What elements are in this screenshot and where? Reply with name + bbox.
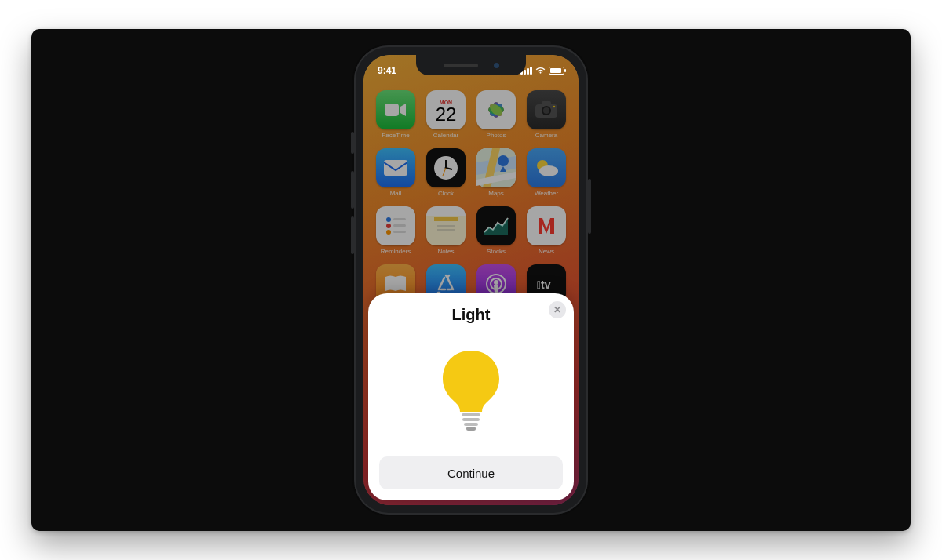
battery-icon: [549, 67, 564, 75]
sheet-hero-graphic: [438, 324, 504, 456]
presentation-stage: 9:41 FaceTime MON: [31, 29, 911, 531]
volume-down-button: [351, 216, 354, 254]
front-camera: [494, 63, 499, 68]
continue-button-label: Continue: [447, 467, 495, 480]
iphone-device-frame: 9:41 FaceTime MON: [354, 45, 588, 515]
mute-switch: [351, 132, 354, 154]
svg-rect-39: [464, 423, 478, 426]
sheet-title: Light: [452, 306, 491, 324]
continue-button[interactable]: Continue: [379, 456, 563, 489]
notch: [416, 55, 526, 75]
earpiece-speaker: [444, 64, 478, 67]
close-button[interactable]: ✕: [549, 301, 566, 318]
iphone-screen: 9:41 FaceTime MON: [363, 55, 579, 505]
status-time: 9:41: [378, 65, 396, 76]
wifi-icon: [535, 67, 546, 75]
svg-rect-37: [462, 413, 480, 416]
close-icon: ✕: [553, 304, 561, 315]
svg-rect-40: [466, 427, 476, 431]
volume-up-button: [351, 171, 354, 209]
lightbulb-icon: [438, 347, 504, 434]
app-clip-sheet: ✕ Light Continue: [368, 293, 574, 500]
svg-rect-38: [462, 418, 480, 421]
status-right-cluster: [520, 67, 564, 75]
side-button: [588, 179, 591, 234]
